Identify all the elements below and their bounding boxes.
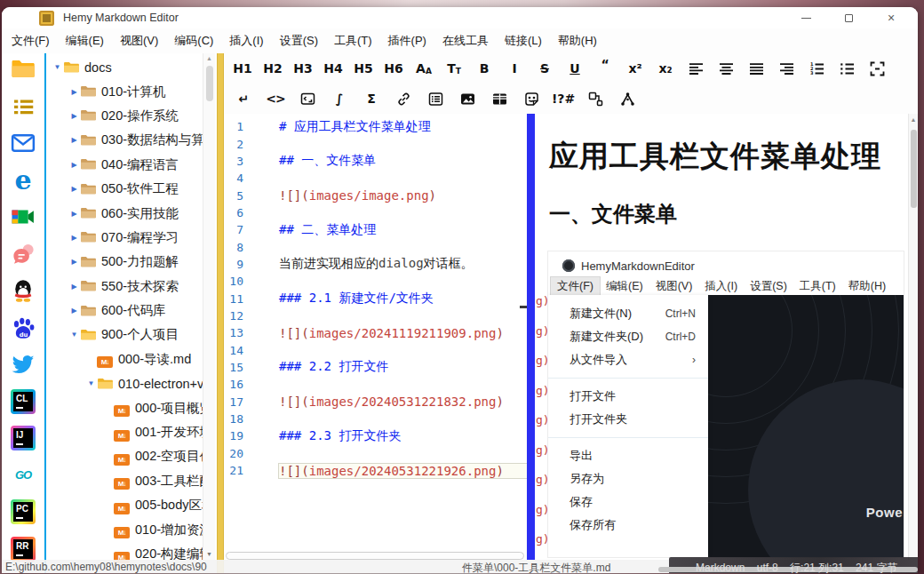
quote-button[interactable]: “ xyxy=(590,55,620,82)
file-tree-scrollbar[interactable]: ▲ ▼ xyxy=(203,53,215,573)
tree-item[interactable]: ▼010-electron+vue xyxy=(46,371,203,395)
preview-scrollbar-thumb[interactable] xyxy=(911,130,917,208)
emoji-button[interactable] xyxy=(515,85,547,112)
align-right-button[interactable] xyxy=(771,55,801,82)
scroll-up-icon[interactable]: ▲ xyxy=(203,55,215,61)
tree-item[interactable]: ▶500-力扣题解 xyxy=(46,250,203,274)
fullscreen-button[interactable] xyxy=(862,55,892,82)
text-case-button[interactable]: TT xyxy=(439,55,469,82)
tree-item[interactable]: M↓010-增加资源 xyxy=(46,517,203,541)
ordered-list-button[interactable]: 123 xyxy=(801,55,832,82)
idea-icon[interactable]: IJ xyxy=(9,424,37,452)
menubar-online-tools[interactable]: 在线工具 xyxy=(434,29,497,52)
strikethrough-button[interactable]: S xyxy=(530,55,560,82)
markdown-editor[interactable]: 1# 应用工具栏文件菜单处理23## 一、文件菜单45![](images/im… xyxy=(224,114,527,560)
font-size-button[interactable]: AA xyxy=(409,55,439,82)
menubar-plugins[interactable]: 插件(P) xyxy=(380,29,434,52)
align-left-button[interactable] xyxy=(681,55,711,82)
flowchart-button[interactable] xyxy=(579,85,611,112)
baidu-icon[interactable]: du xyxy=(9,314,37,342)
form-button[interactable] xyxy=(419,85,451,112)
tree-item[interactable]: M↓002-空项目创建 xyxy=(46,444,203,468)
h4-button[interactable]: H4 xyxy=(318,55,348,82)
menubar-encoding[interactable]: 编码(C) xyxy=(166,29,221,52)
h6-button[interactable]: H6 xyxy=(378,55,409,82)
tree-expand-icon[interactable]: ▶ xyxy=(68,136,80,144)
link-button[interactable] xyxy=(387,85,419,112)
tree-collapse-icon[interactable]: ▼ xyxy=(85,379,97,387)
tree-expand-icon[interactable]: ▶ xyxy=(68,307,80,315)
align-justify-button[interactable] xyxy=(741,55,771,82)
tree-collapse-icon[interactable]: ▼ xyxy=(52,63,63,71)
h2-button[interactable]: H2 xyxy=(258,55,288,82)
image-button[interactable] xyxy=(451,85,483,112)
meet-icon[interactable] xyxy=(9,203,37,231)
panel-splitter[interactable] xyxy=(217,53,224,573)
menubar-help[interactable]: 帮助(H) xyxy=(550,29,605,52)
h5-button[interactable]: H5 xyxy=(348,55,378,82)
menubar-settings[interactable]: 设置(S) xyxy=(272,29,326,52)
tree-item[interactable]: M↓000-导读.md xyxy=(46,347,203,371)
tree-expand-icon[interactable]: ▶ xyxy=(68,258,80,266)
twitter-icon[interactable] xyxy=(9,350,37,379)
code-block-button[interactable] xyxy=(291,85,323,112)
h3-button[interactable]: H3 xyxy=(288,55,318,82)
integral-button[interactable]: ∫ xyxy=(323,85,355,112)
editor-horizontal-scrollbar[interactable] xyxy=(226,552,524,560)
tree-item[interactable]: M↓001-开发环境 xyxy=(46,420,203,444)
tree-item[interactable]: ▶550-技术探索 xyxy=(46,275,203,299)
qq-icon[interactable] xyxy=(9,276,37,305)
menubar-file[interactable]: 文件(F) xyxy=(4,29,58,52)
minimize-button[interactable] xyxy=(799,11,813,25)
menubar-view[interactable]: 视图(V) xyxy=(112,29,166,52)
tree-item[interactable]: M↓005-body区域 xyxy=(46,493,203,517)
tree-expand-icon[interactable]: ▶ xyxy=(68,234,80,242)
tree-expand-icon[interactable]: ▶ xyxy=(68,185,80,193)
edge-icon[interactable]: e xyxy=(9,166,37,195)
underline-button[interactable]: U xyxy=(560,55,590,82)
align-center-button[interactable] xyxy=(711,55,741,82)
tree-item[interactable]: ▶060-实用技能 xyxy=(46,201,203,225)
scroll-down-icon[interactable]: ▼ xyxy=(203,551,215,557)
preview-scrollbar[interactable]: ▲ xyxy=(908,114,918,573)
tree-expand-icon[interactable]: ▶ xyxy=(68,283,80,291)
tree-item[interactable]: ▶070-编程学习 xyxy=(46,226,203,250)
menubar-edit[interactable]: 编辑(E) xyxy=(58,29,112,52)
mail-icon[interactable] xyxy=(9,129,37,157)
tree-expand-icon[interactable]: ▶ xyxy=(68,112,80,120)
inline-code-button[interactable]: <> xyxy=(259,85,291,112)
tree-item[interactable]: ▶050-软件工程 xyxy=(46,177,203,201)
tree-expand-icon[interactable]: ▶ xyxy=(68,88,80,96)
tree-item[interactable]: M↓003-工具栏配置 xyxy=(46,469,203,493)
tree-item[interactable]: ▶030-数据结构与算法 xyxy=(46,128,203,152)
pycharm-icon[interactable]: PC xyxy=(9,498,37,526)
tree-item[interactable]: ▼900-个人项目 xyxy=(46,323,203,347)
goland-icon[interactable]: GO xyxy=(9,461,37,490)
return-button[interactable]: ↵ xyxy=(227,85,259,112)
sigma-button[interactable]: Σ xyxy=(355,85,387,112)
maximize-button[interactable] xyxy=(841,11,856,25)
menubar-insert[interactable]: 插入(I) xyxy=(221,29,271,52)
tree-item[interactable]: ▶040-编程语言 xyxy=(46,153,203,177)
tree-item[interactable]: M↓000-项目概览 xyxy=(46,395,203,419)
chat-icon[interactable] xyxy=(9,240,37,268)
close-button[interactable]: × xyxy=(884,11,898,25)
bold-button[interactable]: B xyxy=(469,55,499,82)
unordered-list-button[interactable] xyxy=(832,55,862,82)
superscript-button[interactable]: x² xyxy=(620,55,650,82)
table-button[interactable] xyxy=(483,85,515,112)
subscript-button[interactable]: x₂ xyxy=(650,55,681,82)
tree-expand-icon[interactable]: ▶ xyxy=(68,210,80,218)
editor-scrollbar[interactable] xyxy=(527,114,535,560)
clion-icon[interactable]: CL xyxy=(9,387,37,416)
tree-item[interactable]: ▶020-操作系统 xyxy=(46,104,203,128)
graph-button[interactable] xyxy=(611,85,643,112)
folder-icon[interactable] xyxy=(9,55,37,84)
menubar-tools[interactable]: 工具(T) xyxy=(326,29,380,52)
file-tree-scrollbar-thumb[interactable] xyxy=(206,66,213,101)
tree-item[interactable]: ▶600-代码库 xyxy=(46,299,203,323)
tree-item[interactable]: ▶010-计算机 xyxy=(46,79,203,103)
tree-collapse-icon[interactable]: ▼ xyxy=(68,331,80,339)
scroll-up-icon[interactable]: ▲ xyxy=(909,116,918,123)
special-chars-button[interactable]: !?# xyxy=(547,85,579,112)
